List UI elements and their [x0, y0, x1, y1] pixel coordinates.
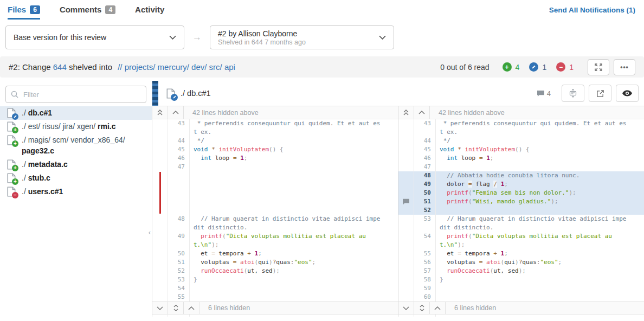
- file-list-item[interactable]: +./ est/ risus/ jira/ xgen/ rmi.c: [0, 120, 152, 133]
- code-text: runOccaecati(ut, sed);: [436, 267, 629, 275]
- fullscreen-icon: [595, 63, 602, 71]
- diff-gap-row: [152, 171, 398, 215]
- file-list-item[interactable]: +./ magis/ scm/ vendor_x86_64/ page32.c: [0, 133, 152, 158]
- code-text: printf("Femina sem bis non dolor.");: [436, 189, 629, 197]
- fullscreen-button[interactable]: [588, 59, 609, 75]
- search-icon: [11, 91, 18, 98]
- target-version-title: #2 by Allison Clayborne: [218, 29, 306, 38]
- line-number: 45: [414, 145, 436, 154]
- tab-files[interactable]: Files 6: [8, 5, 40, 20]
- tab-activity[interactable]: Activity: [135, 5, 164, 20]
- open-file-button[interactable]: [589, 85, 611, 102]
- line-gutter: [152, 137, 168, 145]
- code-line: 55: [152, 293, 398, 301]
- file-list-item[interactable]: −./ users.c#1: [0, 185, 152, 198]
- line-number: 46: [168, 154, 190, 163]
- code-text: runOccaecati(ut, sed);: [190, 267, 383, 275]
- mark-read-button[interactable]: [616, 85, 639, 102]
- line-number: 51: [168, 258, 190, 267]
- top-tab-bar: Files 6 Comments 4 Activity Send All Not…: [0, 0, 644, 20]
- expand-both-button[interactable]: [168, 302, 184, 314]
- line-gutter: [152, 258, 168, 267]
- deleted-files-count: 1: [569, 63, 574, 72]
- file-path-label: ./ metadata.c: [22, 159, 68, 170]
- review-header-bar: #2: Change 644 shelved into // projects/…: [0, 56, 644, 78]
- hidden-below-label: 6 lines hidden: [454, 304, 496, 312]
- line-number: 56: [414, 258, 436, 267]
- expand-all-up-button[interactable]: [398, 106, 414, 119]
- pane-tail: [398, 314, 644, 317]
- chevron-down-icon: [379, 35, 386, 40]
- code-line: 51 printf("Wisi, mando gladius.");: [398, 197, 644, 206]
- line-gutter: [152, 293, 168, 301]
- chevron-down-icon: [403, 306, 409, 310]
- expand-all-up-button[interactable]: [152, 106, 168, 119]
- expand-up-button[interactable]: [168, 106, 184, 119]
- target-version-select[interactable]: #2 by Allison Clayborne Shelved in 644 7…: [210, 25, 394, 49]
- code-text: // Harum quaerat in distinctio vitae adi…: [190, 215, 383, 232]
- line-number: 54: [168, 284, 190, 293]
- line-number: 52: [414, 206, 436, 215]
- code-line: 44 */: [152, 137, 398, 145]
- line-number: 57: [414, 267, 436, 275]
- line-number: 53: [414, 215, 436, 232]
- code-text: dolor = flag / 1;: [436, 180, 629, 189]
- base-version-select[interactable]: Base version for this review: [5, 25, 184, 49]
- expand-both-button[interactable]: [414, 302, 430, 314]
- external-link-icon: [596, 89, 604, 98]
- line-number: 52: [168, 267, 190, 275]
- send-all-notifications-link[interactable]: Send All Notifications (1): [549, 6, 635, 14]
- line-gutter: [398, 215, 414, 232]
- line-gutter: [398, 275, 414, 284]
- code-line: 53 // Harum quaerat in distinctio vitae …: [398, 215, 644, 232]
- hidden-lines-below-bar: 6 lines hidden: [152, 301, 398, 314]
- code-text: void * initVoluptatem() {: [436, 145, 629, 154]
- toggle-comments-button[interactable]: [562, 85, 584, 102]
- expand-down-button[interactable]: [152, 302, 168, 314]
- line-number: 50: [414, 189, 436, 197]
- expand-down-button[interactable]: [398, 302, 414, 314]
- line-number: 45: [168, 145, 190, 154]
- more-options-button[interactable]: •••: [614, 59, 635, 75]
- code-text: printf("Dicta voluptas mollitia est plac…: [190, 232, 383, 249]
- file-sidebar: ./ db.c#1+./ est/ risus/ jira/ xgen/ rmi…: [0, 81, 152, 317]
- file-scroll-indicator[interactable]: [152, 81, 158, 106]
- expand-up-button[interactable]: [414, 106, 430, 119]
- code-text: // Harum quaerat in distinctio vitae adi…: [436, 215, 629, 232]
- line-number: 60: [414, 293, 436, 301]
- plus-badge-icon: +: [12, 127, 18, 133]
- tab-comments[interactable]: Comments 4: [60, 5, 115, 20]
- expand-up-button[interactable]: [184, 302, 199, 314]
- pane-tail: [152, 314, 398, 317]
- file-list-item[interactable]: +./ stub.c: [0, 171, 152, 185]
- filter-field-wrap: [5, 86, 146, 103]
- code-line: 48 // Harum quaerat in distinctio vitae …: [152, 215, 398, 232]
- code-line: 54 printf("Dicta voluptas mollitia est p…: [398, 232, 644, 249]
- code-text: et = tempora + 1;: [190, 249, 383, 258]
- diff-file-title: ./ db.c#1: [181, 89, 211, 98]
- code-line: 55 et = tempora + 1;: [398, 249, 644, 258]
- chevron-up-icon: [434, 306, 441, 310]
- line-gutter: [152, 249, 168, 258]
- code-text: [190, 293, 383, 301]
- filter-input[interactable]: [5, 86, 146, 103]
- depot-path-breadcrumb[interactable]: // projects/ mercury/ dev/ src/ api: [118, 62, 235, 72]
- code-line: 49 printf("Dicta voluptas mollitia est p…: [152, 232, 398, 249]
- hidden-above-label: 42 lines hidden above: [192, 109, 259, 117]
- line-gutter: [398, 249, 414, 258]
- code-text: [436, 293, 629, 301]
- file-path-label: ./ magis/ scm/ vendor_x86_64/ page32.c: [22, 134, 147, 156]
- expand-up-button[interactable]: [430, 302, 446, 314]
- review-header-actions: 0 out of 6 read + 4 1 − 1 •••: [440, 59, 635, 75]
- hidden-lines-above-bar: 42 lines hidden above: [152, 106, 398, 119]
- file-list-item[interactable]: ./ db.c#1: [0, 106, 152, 120]
- file-delete-icon: −: [7, 187, 16, 197]
- code-text: }: [436, 275, 629, 284]
- change-number-link[interactable]: 644: [53, 62, 67, 72]
- sidebar-collapse-handle[interactable]: ‹: [149, 228, 151, 236]
- tab-comments-label: Comments: [60, 5, 102, 14]
- eye-icon: [622, 90, 632, 97]
- line-gutter[interactable]: [398, 197, 414, 206]
- file-list-item[interactable]: +./ metadata.c: [0, 158, 152, 171]
- code-text: [436, 163, 629, 171]
